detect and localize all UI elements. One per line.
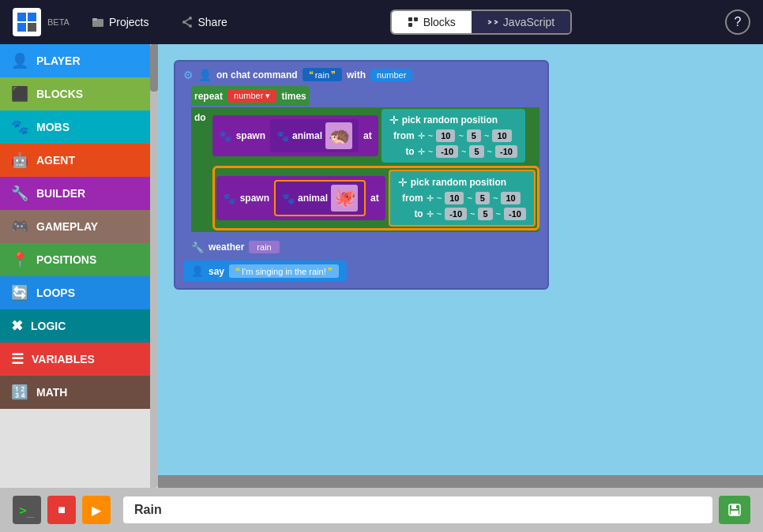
save-button[interactable] <box>719 496 750 524</box>
stop-button[interactable]: ■ <box>47 496 76 524</box>
pos2-y-2: 5 <box>478 208 492 220</box>
pos1-z-1: 10 <box>492 129 511 142</box>
logic-icon: ✖ <box>11 317 23 335</box>
project-name-input[interactable] <box>123 496 712 523</box>
number-value: number <box>370 69 412 81</box>
sidebar-item-player[interactable]: 👤 PLAYER <box>0 44 158 77</box>
spawn-row-2-wrapper: 🐾 spawn 🐾 animal 🐙 at <box>212 166 539 230</box>
workspace: ⚙ 👤 on chat command ❝ rain ❞ with number… <box>174 60 549 290</box>
terminal-button[interactable]: >_ <box>13 496 41 524</box>
sidebar-item-blocks[interactable]: ⬛ BLOCKS <box>0 77 158 111</box>
javascript-mode-button[interactable]: JavaScript <box>472 11 570 33</box>
pos1-y-2: 5 <box>475 192 490 204</box>
svg-rect-11 <box>408 17 412 21</box>
help-button[interactable]: ? <box>725 9 750 35</box>
pick-random-label-2: pick random position <box>411 177 506 188</box>
svg-line-17 <box>494 22 498 24</box>
do-label: do <box>194 109 209 123</box>
say-row: 👤 say ❝ I'm singing in the rain! ❞ <box>179 259 544 285</box>
animal-block-2: 🐾 animal 🐙 <box>274 180 366 216</box>
repeat-block: repeat number ▾ times <box>191 86 310 106</box>
sidebar-item-mobs[interactable]: 🐾 MOBS <box>0 111 158 144</box>
sidebar-item-agent[interactable]: 🤖 AGENT <box>0 144 158 177</box>
math-icon: 🔢 <box>11 384 28 401</box>
share-button[interactable]: Share <box>171 11 237 33</box>
scrollbar-thumb <box>150 44 158 92</box>
svg-rect-0 <box>17 13 26 21</box>
rain-weather-value: rain <box>249 241 279 253</box>
pos-from-row-1: from ✛ ~ 10 ~ 5 ~ 10 <box>389 129 517 142</box>
say-block: 👤 say ❝ I'm singing in the rain! ❞ <box>183 260 347 282</box>
paw-icon-4: 🐾 <box>282 193 295 204</box>
logo-icon <box>16 11 38 33</box>
repeat-label: repeat <box>194 91 223 102</box>
svg-rect-1 <box>28 13 36 21</box>
weather-row: 🔧 weather rain <box>179 235 544 259</box>
from-label-1: from <box>389 130 415 141</box>
spawn-row-2: 🐾 spawn 🐾 animal 🐙 at <box>216 170 536 227</box>
topbar: BETA Projects Share Blocks <box>0 0 763 44</box>
code-icon <box>487 17 498 28</box>
svg-rect-5 <box>92 18 97 21</box>
projects-button[interactable]: Projects <box>82 11 159 33</box>
svg-line-15 <box>488 22 491 24</box>
say-player-icon: 👤 <box>191 265 204 277</box>
pos2-x-2: -10 <box>445 208 467 220</box>
save-icon <box>727 502 742 518</box>
position-block-1: ✛ pick random position from ✛ ~ 10 ~ <box>382 109 525 163</box>
say-label: say <box>209 266 224 277</box>
spawn-block-2: 🐾 spawn 🐾 animal 🐙 at <box>216 176 385 220</box>
rain-value-container: ❝ rain ❞ <box>303 68 342 81</box>
sidebar-item-math[interactable]: 🔢 MATH <box>0 376 158 409</box>
do-blocks: 🐾 spawn 🐾 animal 🦔 at <box>212 109 539 230</box>
from-label-2: from <box>398 193 423 204</box>
say-text-container: ❝ I'm singing in the rain! ❞ <box>229 264 339 278</box>
svg-line-10 <box>184 22 190 26</box>
number-var[interactable]: number ▾ <box>227 89 276 103</box>
to-label-2: to <box>398 208 423 219</box>
sidebar-item-positions[interactable]: 📍 POSITIONS <box>0 243 158 276</box>
pos-to-row-1: to ✛ ~ -10 ~ 5 ~ -10 <box>389 145 517 158</box>
sidebar-item-builder[interactable]: 🔧 BUILDER <box>0 177 158 210</box>
agent-icon: 🤖 <box>11 152 28 169</box>
paw-icon-1: 🐾 <box>219 130 231 142</box>
pos2-z-1: -10 <box>495 145 517 158</box>
pos-cross-icon-1: ✛ <box>389 114 399 126</box>
repeat-section: repeat number ▾ times <box>179 84 544 107</box>
spawn-label-2: spawn <box>240 193 269 204</box>
sidebar-item-logic[interactable]: ✖ LOGIC <box>0 309 158 343</box>
animal-label-2: animal <box>298 193 328 204</box>
pos1-x-1: 10 <box>436 129 455 142</box>
blocks-mode-button[interactable]: Blocks <box>392 11 472 33</box>
blocks-icon: ⬛ <box>11 85 28 103</box>
sidebar-item-variables[interactable]: ☰ VARIABLES <box>0 343 158 376</box>
pos1-z-2: 10 <box>501 192 520 204</box>
hat-settings-icon: ⚙ <box>183 69 194 81</box>
spawn-label-1: spawn <box>236 130 265 141</box>
paw-icon-2: 🐾 <box>276 130 289 142</box>
animal-label-1: animal <box>292 130 322 141</box>
pos-title-2: ✛ pick random position <box>398 176 526 189</box>
share-icon <box>181 16 194 28</box>
positions-icon: 📍 <box>11 251 28 268</box>
times-label: times <box>281 91 306 102</box>
weather-label: weather <box>209 242 244 253</box>
logo-area: BETA <box>13 8 70 36</box>
sidebar-item-gameplay[interactable]: 🎮 GAMEPLAY <box>0 210 158 243</box>
hat-player-icon: 👤 <box>198 69 212 81</box>
sidebar-scrollbar[interactable] <box>150 44 158 488</box>
canvas-scrollbar[interactable] <box>158 475 763 488</box>
svg-rect-2 <box>17 23 26 32</box>
chat-command-hat: ⚙ 👤 on chat command ❝ rain ❞ with number <box>179 65 544 84</box>
svg-rect-12 <box>414 17 418 21</box>
svg-rect-3 <box>28 23 36 32</box>
sidebar-item-loops[interactable]: 🔄 LOOPS <box>0 276 158 309</box>
loops-icon: 🔄 <box>11 284 28 302</box>
run-button[interactable]: ▶ <box>82 496 111 524</box>
svg-line-9 <box>184 18 190 22</box>
pos1-x-2: 10 <box>445 192 464 204</box>
animal-icon-2: 🐙 <box>331 185 358 212</box>
animal-block-1: 🐾 animal 🦔 <box>270 119 359 152</box>
folder-icon <box>92 16 104 28</box>
variables-icon: ☰ <box>11 350 24 368</box>
